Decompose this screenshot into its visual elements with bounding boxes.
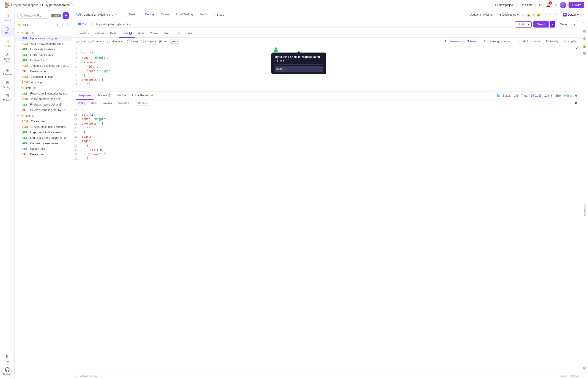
api-item-find-order[interactable]: GET Find purchase order by ID	[15, 102, 72, 107]
method-selector[interactable]: PUT ▾	[76, 21, 92, 27]
radio-binary[interactable]: binary	[127, 40, 138, 43]
param-tab-res[interactable]: res...	[185, 29, 197, 38]
sidebar-item-schemas[interactable]: ◈ Schemas	[1, 66, 14, 78]
radio-urlencoded[interactable]: urlencoded	[107, 40, 124, 43]
tab-mock[interactable]: Mock	[197, 10, 210, 19]
close-icon[interactable]: ✕	[66, 23, 69, 27]
sidebar-item-apis[interactable]: ⬡ APIs	[1, 25, 14, 36]
env-badge[interactable]: Developing ▾	[498, 12, 520, 17]
resp-tab-headers[interactable]: Headers 6	[94, 92, 114, 100]
new-project-button[interactable]: + + New project	[492, 2, 516, 8]
tab-share[interactable]: ↗ Share	[211, 10, 227, 19]
simplify-button[interactable]: ≡ Simplify	[563, 39, 577, 43]
api-item-finds-status[interactable]: GET Finds Pets by status	[15, 47, 72, 52]
api-item-update-user[interactable]: PUT Update user	[15, 146, 72, 152]
param-tab-im[interactable]: Im...	[174, 29, 185, 38]
edit-schema-button[interactable]: ✎ Edit using Schema	[483, 39, 511, 43]
radio-form-data[interactable]: form-data	[88, 40, 104, 43]
expand-icon[interactable]: ⤢	[576, 47, 578, 50]
code-editor[interactable]: ⤢ 1 { 2 "id": 10, 3 "name": "doggie", 4	[72, 45, 581, 91]
split-view-icon[interactable]: ◰	[582, 29, 587, 34]
table-icon[interactable]: ⊞	[582, 365, 587, 371]
format-visualize[interactable]: Visualize	[116, 101, 132, 106]
sidebar-item-trash[interactable]: 🗑 Trash	[1, 353, 14, 364]
info2-icon[interactable]: ⓘ	[582, 374, 584, 378]
more-icon[interactable]: ≡	[583, 13, 584, 16]
nav-prev-button[interactable]: ‹	[548, 12, 553, 17]
notifications-button[interactable]: 🔔 5	[545, 2, 551, 8]
http2-selector[interactable]: http/2 ? ▾	[515, 21, 532, 28]
share-button[interactable]: ⬆ Share	[519, 2, 536, 8]
refresh-icon[interactable]: ↻	[57, 23, 59, 27]
api-item-deletes-pet[interactable]: DEL Deletes a pet	[15, 69, 72, 74]
param-tab-headers[interactable]: Headers	[76, 29, 91, 38]
tab-design[interactable]: Design	[126, 10, 141, 19]
api-item-add-pet[interactable]: POST Add a new pet to the store	[15, 41, 72, 47]
project-name[interactable]: Lucy personal project	[42, 3, 71, 7]
resp-tab-response[interactable]: Response	[76, 92, 93, 100]
api-item-logs-out[interactable]: GET Logs out current logged in user ...	[15, 135, 72, 141]
tab-load-testing[interactable]: Load Testing	[173, 10, 196, 19]
format-raw[interactable]: Raw	[89, 101, 99, 106]
encoding-selector[interactable]: UTF-8 ▾	[135, 101, 149, 106]
resp-tab-actual[interactable]: Actual Request	[129, 92, 156, 100]
folder-store-header[interactable]: ▾ 📁 store (4)	[15, 85, 72, 91]
api-item-uploads-image[interactable]: POST uploads an image	[15, 74, 72, 79]
add-tab-icon[interactable]: +	[115, 13, 117, 17]
save-button[interactable]: Save	[557, 21, 570, 28]
layout-icon[interactable]: ⊟	[522, 13, 525, 16]
sidebar-item-history[interactable]: ⏱ History	[1, 12, 14, 24]
api-item-inventories[interactable]: GET Returns pet inventories by status	[15, 91, 72, 96]
radio-raw[interactable]: raw	[159, 40, 167, 43]
sidebar-item-tests[interactable]: ☑ Tests	[1, 37, 14, 49]
param-tab-auth[interactable]: Auth	[135, 29, 147, 38]
api-item-delete-user[interactable]: DEL Delete user	[15, 152, 72, 157]
tab-cases[interactable]: Cases	[157, 10, 172, 19]
url-input[interactable]	[93, 21, 513, 28]
api-item-delete-order[interactable]: DEL Delete purchase order by ID	[15, 107, 72, 113]
sidebar-item-support[interactable]: 🎧 Support	[1, 365, 14, 377]
settings-link[interactable]: Settings	[570, 375, 579, 377]
add-api-button[interactable]: +	[62, 12, 69, 19]
fullscreen-icon[interactable]: ⛶	[582, 21, 587, 27]
api-item-updates-store[interactable]: POST Updates a pet in the store with f..…	[15, 63, 72, 69]
search-input[interactable]	[24, 14, 47, 17]
cookie-link[interactable]: Cookie	[559, 375, 567, 377]
grid-icon[interactable]: ⊞	[532, 13, 535, 16]
secure-icon[interactable]: 🔐	[537, 13, 541, 16]
messages-button[interactable]: ≡	[554, 2, 558, 8]
api-item-place-order[interactable]: POST Place an order for a pet	[15, 96, 72, 102]
param-tab-cookie[interactable]: Cookie	[147, 29, 161, 38]
collapse-sidebar-button[interactable]: « Collapse Sidebar	[76, 375, 98, 377]
sidebar-item-settings[interactable]: ⚙ Settings	[1, 79, 14, 90]
save-dropdown-button[interactable]: ▾	[572, 21, 577, 28]
update-schema-button[interactable]: ↑ Update to schema	[514, 39, 541, 43]
lock2-icon[interactable]: 🔒	[527, 13, 530, 16]
nav-next-button[interactable]: ›	[554, 12, 559, 17]
settings2-icon[interactable]: ⚙	[582, 36, 587, 41]
default-env-selector[interactable]: D Default ▾	[561, 12, 581, 17]
api-item-anything[interactable]: POST Anything	[15, 79, 72, 85]
resp-copy-button[interactable]: ⧉	[575, 101, 577, 105]
format-preview[interactable]: Preview	[100, 101, 115, 106]
star-icon[interactable]: ☆	[61, 23, 64, 27]
resp-more-button[interactable]: ···	[157, 94, 161, 98]
api-item-get-user[interactable]: GET Get user by user name	[15, 141, 72, 146]
info-icon[interactable]: ⓘ	[543, 13, 546, 17]
resp-tab-cookie[interactable]: Cookie	[115, 92, 129, 100]
tab-debug[interactable]: Debug	[142, 10, 157, 19]
generate-schema-button[interactable]: ↻ Generate from Schema	[443, 39, 479, 44]
beautify-button[interactable]: ⊞ Beautify	[544, 39, 559, 43]
project-chevron-icon[interactable]: ▾	[72, 4, 73, 6]
format-pretty[interactable]: Pretty	[76, 101, 87, 106]
radio-none[interactable]: none	[76, 40, 86, 43]
folder-user-header[interactable]: ▾ 📁 user (7)	[15, 113, 72, 119]
more-tab-icon[interactable]: ···	[119, 13, 121, 16]
format-selector[interactable]: json ▾	[170, 39, 180, 44]
radio-msgpack[interactable]: msgpack	[141, 40, 156, 43]
send-button[interactable]: Send	[533, 21, 549, 28]
api-item-create-user[interactable]: POST Create user	[15, 119, 72, 124]
user-avatar[interactable]	[560, 2, 566, 8]
api-item-update-pet[interactable]: PUT Update an existing pet	[15, 35, 72, 41]
invite-button[interactable]: + Invite	[569, 2, 584, 8]
